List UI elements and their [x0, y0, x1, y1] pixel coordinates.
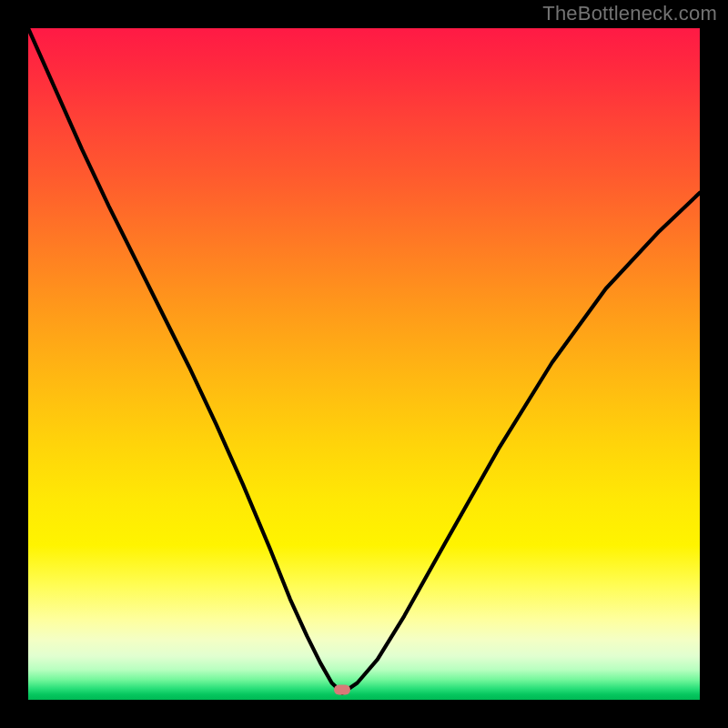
bottleneck-curve	[28, 28, 700, 700]
minimum-marker-icon	[334, 684, 350, 694]
plot-area	[28, 28, 700, 700]
watermark-text: TheBottleneck.com	[542, 2, 717, 25]
chart-frame: TheBottleneck.com	[0, 0, 728, 728]
